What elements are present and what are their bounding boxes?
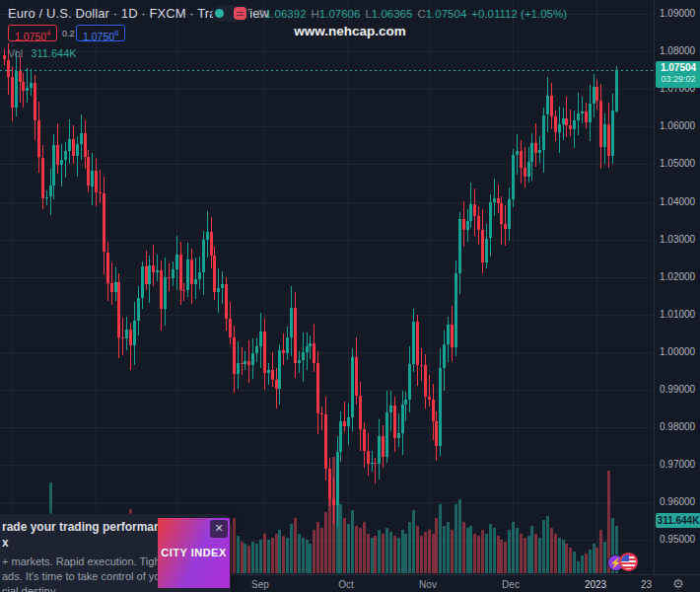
- candle-wick: [268, 363, 269, 386]
- candle: [278, 350, 281, 389]
- candle: [241, 363, 244, 364]
- gear-icon[interactable]: ⚙: [672, 576, 684, 591]
- candle: [263, 332, 266, 373]
- volume-bar: [416, 526, 419, 573]
- quick-menu-icon[interactable]: [234, 7, 246, 20]
- volume-bar: [408, 522, 411, 573]
- candle: [221, 284, 224, 287]
- candle: [481, 230, 484, 262]
- candle: [339, 421, 342, 452]
- volume-bar: [603, 542, 606, 573]
- time-axis-label-2023: 2023: [585, 579, 606, 590]
- volume-bar: [359, 528, 362, 573]
- candle-wick: [242, 347, 243, 375]
- volume-bar: [393, 536, 396, 573]
- candle: [455, 273, 457, 347]
- volume-bar: [428, 530, 431, 573]
- candle-wick: [570, 110, 571, 136]
- candle-wick: [27, 68, 28, 103]
- chart-status-toggle[interactable]: [212, 5, 249, 22]
- candle: [60, 160, 63, 165]
- candle: [137, 298, 140, 321]
- volume-bar: [385, 528, 388, 573]
- current-price-line: [0, 70, 654, 71]
- candle: [114, 282, 117, 292]
- candle: [190, 259, 193, 284]
- volume-bar: [466, 528, 469, 573]
- candle: [458, 219, 461, 273]
- volume-value: 311.644K: [31, 47, 76, 59]
- volume-bar: [351, 510, 354, 573]
- candle: [148, 265, 151, 284]
- volume-bar: [565, 544, 568, 573]
- volume-bar: [294, 518, 297, 573]
- volume-bar: [593, 544, 595, 573]
- candle: [152, 265, 155, 272]
- chart-plot-area[interactable]: [0, 0, 654, 574]
- candle: [573, 120, 576, 129]
- volume-bar: [485, 534, 488, 573]
- volume-bar: [435, 518, 438, 573]
- volume-bar: [504, 542, 507, 573]
- candle-wick: [157, 255, 158, 281]
- volume-bar: [316, 522, 319, 573]
- volume-indicator-row[interactable]: Vol311.644K: [8, 47, 77, 59]
- candle: [290, 308, 293, 337]
- candle: [615, 70, 618, 111]
- volume-bar: [320, 528, 323, 573]
- h-gridline: [0, 51, 654, 52]
- volume-bar: [595, 548, 598, 573]
- candle: [316, 363, 319, 413]
- candle: [229, 319, 232, 336]
- h-gridline: [0, 240, 654, 241]
- candle: [19, 71, 22, 82]
- volume-bar: [286, 538, 289, 573]
- candle: [397, 433, 400, 438]
- candle: [22, 82, 25, 91]
- candle: [179, 255, 182, 290]
- candle-wick: [375, 458, 376, 484]
- volume-bar: [324, 512, 327, 573]
- candle: [217, 288, 220, 292]
- us-flag-event-icon[interactable]: [619, 553, 638, 571]
- volume-bar: [524, 538, 526, 573]
- ad-banner[interactable]: rade your trading performance: City x + …: [0, 514, 231, 592]
- watermark-text: www.nehcap.com: [0, 24, 700, 38]
- candle: [41, 158, 44, 199]
- volume-bar: [275, 534, 278, 573]
- volume-bar: [562, 540, 565, 573]
- candle: [110, 283, 113, 292]
- volume-bar: [546, 516, 549, 573]
- volume-bar: [599, 530, 602, 573]
- candle: [56, 145, 59, 165]
- candle: [489, 202, 492, 238]
- candle: [538, 150, 541, 152]
- candle: [164, 277, 167, 309]
- candle: [64, 151, 67, 160]
- candle: [534, 143, 537, 153]
- candle: [125, 330, 128, 338]
- volume-bar: [404, 534, 407, 573]
- candle-wick: [283, 333, 284, 365]
- v-gridline: [513, 0, 514, 574]
- volume-bar: [527, 536, 530, 573]
- candle-wick: [398, 413, 399, 448]
- volume-bar: [439, 504, 442, 573]
- candle: [504, 224, 507, 229]
- h-gridline: [0, 315, 654, 316]
- candle-wick: [321, 407, 322, 430]
- candle: [404, 400, 407, 405]
- price-axis[interactable]: 1.07504 03:29:02 311.644K 1.090001.08000…: [654, 0, 700, 574]
- candle: [493, 198, 496, 203]
- volume-bar: [538, 538, 541, 573]
- volume-axis-badge: 311.644K: [656, 513, 700, 528]
- candle: [255, 346, 258, 353]
- candle: [45, 197, 48, 199]
- ad-close-button[interactable]: ✕: [210, 520, 228, 538]
- ad-brand-tile[interactable]: CITY INDEX ✕: [158, 518, 230, 588]
- candle: [121, 337, 124, 338]
- candle: [313, 343, 315, 363]
- candle: [371, 463, 374, 464]
- volume-bar: [473, 534, 476, 573]
- candle: [91, 171, 94, 186]
